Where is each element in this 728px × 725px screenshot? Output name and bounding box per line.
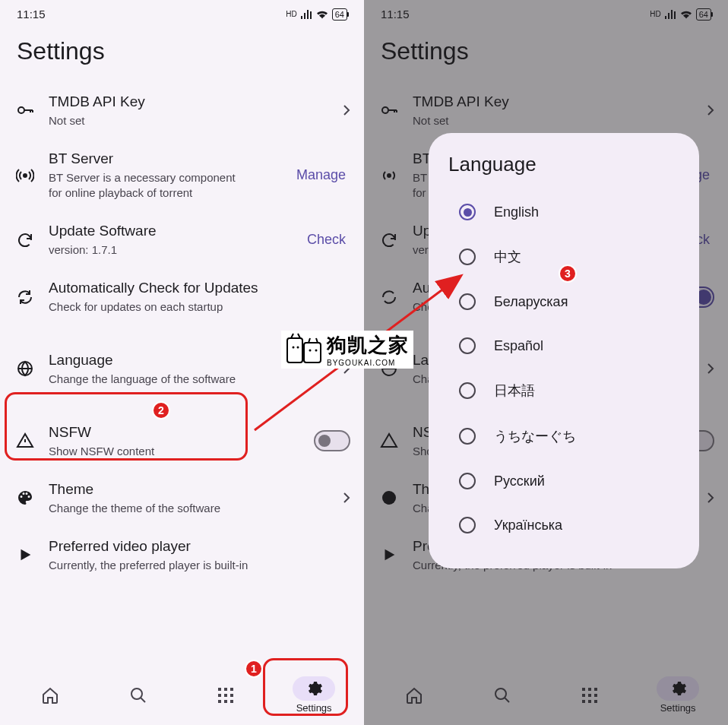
svg-rect-6: [230, 688, 233, 691]
radio-label: うちなーぐち: [494, 427, 576, 445]
radio-icon: [459, 204, 476, 220]
radio-label: 中文: [494, 248, 521, 266]
svg-rect-28: [287, 338, 302, 362]
watermark: 狗凯之家BYGOUKAI.COM: [281, 331, 413, 369]
svg-point-30: [293, 347, 295, 349]
row-sub: Change the theme of the software: [49, 501, 329, 516]
svg-rect-9: [230, 694, 233, 697]
globe-icon: [15, 359, 35, 378]
language-dialog: Language English中文БеларускаяEspañol日本語うち…: [429, 133, 699, 568]
radio-option[interactable]: Беларуская: [429, 280, 699, 324]
signal-icon: [300, 9, 312, 20]
badge-2: 2: [152, 401, 170, 419]
row-title: Update Software: [49, 222, 289, 241]
status-time: 11:15: [17, 8, 46, 21]
row-title: Preferred video player: [49, 537, 350, 556]
radio-icon: [459, 293, 476, 310]
row-title: Theme: [49, 480, 329, 499]
page-title: Settings: [0, 24, 364, 82]
row-tmdb[interactable]: TMDB API KeyNot set: [0, 82, 364, 139]
status-bar: 11:15 HD 64: [0, 0, 364, 24]
nav-grid[interactable]: [192, 683, 259, 708]
svg-rect-5: [224, 688, 227, 691]
radio-icon: [459, 428, 476, 445]
svg-rect-7: [218, 694, 221, 697]
palette-icon: [15, 489, 35, 507]
row-theme[interactable]: ThemeChange the theme of the software: [0, 470, 364, 527]
svg-point-0: [18, 107, 24, 113]
row-sub: Check for updates on each startup: [49, 299, 300, 315]
manage-button[interactable]: Manage: [292, 167, 350, 183]
svg-point-31: [297, 347, 299, 349]
row-update[interactable]: Update Softwareversion: 1.7.1 Check: [0, 211, 364, 268]
radio-label: Русский: [494, 473, 545, 489]
svg-point-33: [315, 350, 318, 352]
radio-icon: [459, 473, 476, 489]
svg-point-32: [309, 350, 312, 352]
radio-label: Українська: [494, 518, 562, 533]
home-icon: [41, 686, 59, 704]
key-icon: [15, 101, 35, 119]
sync-icon: [15, 288, 35, 306]
refresh-icon: [15, 231, 35, 249]
svg-rect-10: [218, 700, 221, 703]
radio-label: Беларуская: [494, 294, 568, 310]
svg-rect-29: [304, 343, 321, 362]
row-sub: Currently, the preferred player is built…: [49, 558, 350, 573]
svg-rect-12: [230, 700, 233, 703]
radio-option[interactable]: うちなーぐち: [429, 413, 699, 459]
row-player[interactable]: Preferred video playerCurrently, the pre…: [0, 527, 364, 584]
row-title: BT Server: [49, 150, 278, 169]
radio-option[interactable]: Español: [429, 324, 699, 368]
nsfw-toggle[interactable]: [314, 430, 350, 451]
badge-1: 1: [245, 660, 263, 678]
chevron-right-icon: [343, 492, 350, 504]
search-icon: [129, 686, 147, 704]
row-sub: version: 1.7.1: [49, 242, 289, 258]
row-title: Automatically Check for Updates: [49, 279, 300, 298]
callout-settings-tab: [263, 658, 348, 716]
radio-icon: [459, 517, 476, 533]
battery-icon: 64: [332, 8, 347, 21]
badge-3: 3: [559, 264, 577, 283]
row-title: TMDB API Key: [49, 93, 329, 112]
nav-search[interactable]: [105, 683, 172, 708]
row-sub: Not set: [49, 113, 329, 128]
chevron-right-icon: [343, 104, 350, 116]
broadcast-icon: [15, 166, 35, 185]
radio-icon: [459, 249, 476, 265]
dialog-title: Language: [429, 148, 699, 190]
phone-right: 11:15 HD 64 Settings TMDB API KeyNot set…: [364, 0, 728, 725]
row-autocheck[interactable]: Automatically Check for UpdatesCheck for…: [0, 268, 364, 325]
radio-option[interactable]: English: [429, 190, 699, 234]
radio-option[interactable]: Русский: [429, 459, 699, 503]
grid-icon: [218, 688, 233, 703]
callout-language: [5, 392, 248, 461]
hd-icon: HD: [286, 10, 296, 18]
watermark-cn: 狗凯之家: [327, 332, 409, 359]
svg-rect-11: [224, 700, 227, 703]
nav-home[interactable]: [17, 683, 84, 708]
row-sub: Change the language of the software: [49, 372, 329, 387]
svg-rect-4: [218, 688, 221, 691]
radio-label: English: [494, 204, 539, 220]
radio-label: Español: [494, 338, 543, 354]
radio-icon: [459, 337, 476, 354]
radio-icon: [459, 382, 476, 399]
radio-option[interactable]: Українська: [429, 503, 699, 547]
svg-point-3: [131, 689, 142, 699]
wifi-icon: [315, 9, 329, 20]
watermark-en: BYGOUKAI.COM: [327, 359, 409, 367]
radio-option[interactable]: 日本語: [429, 368, 699, 413]
svg-rect-8: [224, 694, 227, 697]
play-icon: [15, 546, 35, 563]
svg-point-1: [24, 174, 27, 177]
row-bt[interactable]: BT ServerBT Server is a necessary compon…: [0, 139, 364, 211]
check-button[interactable]: Check: [302, 232, 350, 248]
radio-label: 日本語: [494, 381, 535, 400]
row-sub: BT Server is a necessary component for o…: [49, 170, 246, 201]
